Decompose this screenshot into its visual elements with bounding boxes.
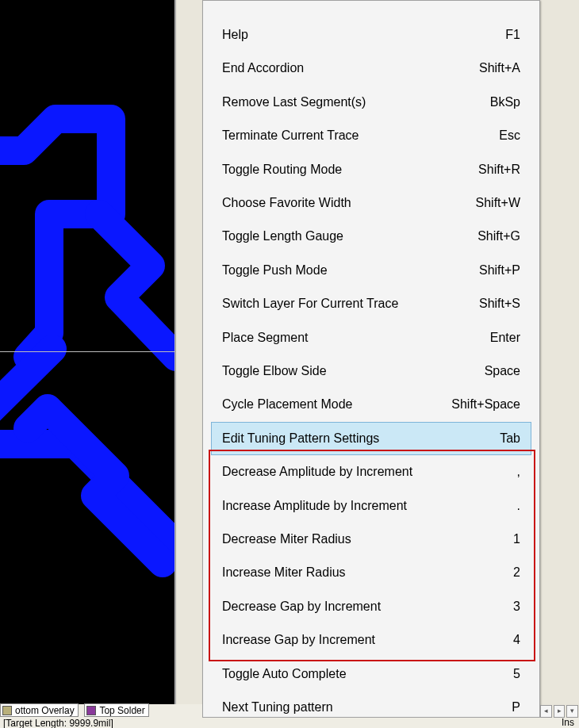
layer-swatch-icon (2, 706, 12, 715)
pcb-canvas[interactable] (0, 0, 175, 704)
menu-item-label: Toggle Auto Complete (222, 667, 458, 681)
menu-item-label: Place Segment (222, 331, 458, 345)
menu-item-label: Decrease Amplitude by Increment (222, 465, 458, 479)
menu-item-label: Decrease Miter Radius (222, 532, 458, 546)
tab-scroll-widget: ◂ ▸ ▾ (539, 704, 579, 718)
viewport-divider-v (174, 0, 175, 704)
menu-item-shortcut: Shift+A (458, 61, 520, 75)
menu-item-increase-miter-radius[interactable]: Increase Miter Radius2 (211, 556, 531, 589)
layer-tab-label: ottom Overlay (15, 705, 75, 716)
menu-item-shortcut: Shift+R (458, 163, 520, 177)
context-menu: HelpF1End AccordionShift+ARemove Last Se… (202, 0, 540, 718)
menu-item-label: Help (222, 28, 458, 42)
menu-item-label: Choose Favorite Width (222, 196, 458, 210)
menu-item-remove-last-segment-s[interactable]: Remove Last Segment(s)BkSp (211, 86, 531, 119)
layer-tab-label: Top Solder (99, 705, 144, 716)
menu-item-increase-amplitude-by-increment[interactable]: Increase Amplitude by Increment. (211, 489, 531, 523)
menu-item-label: Decrease Gap by Increment (222, 600, 458, 614)
menu-item-terminate-current-trace[interactable]: Terminate Current TraceEsc (211, 119, 531, 152)
menu-item-shortcut: F1 (458, 28, 520, 42)
menu-item-cycle-placement-mode[interactable]: Cycle Placement ModeShift+Space (211, 388, 531, 421)
menu-item-label: Toggle Push Mode (222, 263, 458, 278)
menu-item-label: Next Tuning pattern (222, 700, 458, 715)
menu-item-shortcut: 1 (458, 532, 520, 546)
menu-item-shortcut: Enter (458, 331, 520, 345)
viewport-divider-h (0, 351, 175, 352)
layer-tabs: ottom Overlay Top Solder (0, 704, 202, 718)
menu-item-label: Switch Layer For Current Trace (222, 297, 458, 311)
menu-item-label: End Accordion (222, 61, 458, 75)
menu-item-shortcut: Shift+S (458, 297, 520, 311)
menu-item-label: Cycle Placement Mode (222, 397, 451, 412)
status-ins: Ins (562, 718, 574, 728)
menu-item-label: Edit Tuning Pattern Settings (222, 431, 458, 446)
menu-item-label: Remove Last Segment(s) (222, 95, 458, 109)
menu-item-shortcut: Space (458, 364, 520, 378)
menu-item-label: Increase Amplitude by Increment (222, 499, 458, 513)
menu-item-label: Increase Miter Radius (222, 565, 458, 580)
menu-item-toggle-auto-complete[interactable]: Toggle Auto Complete5 (211, 657, 531, 691)
menu-item-shortcut: 2 (458, 565, 520, 580)
menu-item-shortcut: Shift+P (458, 263, 520, 278)
menu-item-label: Toggle Elbow Side (222, 364, 458, 378)
menu-item-shortcut: , (458, 465, 520, 479)
layer-swatch-icon (86, 706, 96, 715)
menu-item-shortcut: Shift+W (458, 196, 520, 210)
menu-item-label: Terminate Current Trace (222, 128, 458, 143)
menu-item-end-accordion[interactable]: End AccordionShift+A (211, 52, 531, 85)
menu-item-edit-tuning-pattern-settings[interactable]: Edit Tuning Pattern SettingsTab (211, 422, 531, 455)
menu-item-shortcut: Esc (458, 128, 520, 143)
menu-item-place-segment[interactable]: Place SegmentEnter (211, 321, 531, 354)
layer-tab-top-solder[interactable]: Top Solder (84, 703, 148, 717)
tab-scroll-right-icon[interactable]: ▸ (554, 705, 566, 718)
status-target-length: [Target Length: 9999.9mil] (0, 718, 113, 728)
menu-item-switch-layer-for-current-trace[interactable]: Switch Layer For Current TraceShift+S (211, 287, 531, 320)
menu-item-toggle-length-gauge[interactable]: Toggle Length GaugeShift+G (211, 220, 531, 253)
menu-item-toggle-push-mode[interactable]: Toggle Push ModeShift+P (211, 254, 531, 287)
menu-item-label: Toggle Length Gauge (222, 229, 458, 243)
menu-item-toggle-elbow-side[interactable]: Toggle Elbow SideSpace (211, 354, 531, 388)
layer-tab-bottom-overlay[interactable]: ottom Overlay (0, 703, 79, 717)
menu-item-help[interactable]: HelpF1 (211, 18, 531, 52)
menu-item-shortcut: 5 (458, 667, 520, 681)
status-bar: [Target Length: 9999.9mil] Ins (0, 718, 579, 728)
menu-item-decrease-miter-radius[interactable]: Decrease Miter Radius1 (211, 523, 531, 556)
menu-item-toggle-routing-mode[interactable]: Toggle Routing ModeShift+R (211, 153, 531, 186)
menu-item-shortcut: 4 (458, 633, 520, 647)
menu-item-shortcut: P (458, 700, 520, 715)
tab-scroll-left-icon[interactable]: ◂ (540, 705, 552, 718)
menu-item-decrease-amplitude-by-increment[interactable]: Decrease Amplitude by Increment, (211, 455, 531, 489)
menu-item-shortcut: Shift+G (458, 229, 520, 243)
menu-item-increase-gap-by-increment[interactable]: Increase Gap by Increment4 (211, 623, 531, 657)
pcb-trace-svg (0, 0, 175, 704)
tab-scroll-menu-icon[interactable]: ▾ (566, 705, 578, 718)
menu-item-decrease-gap-by-increment[interactable]: Decrease Gap by Increment3 (211, 590, 531, 623)
menu-item-label: Increase Gap by Increment (222, 633, 458, 647)
menu-item-shortcut: 3 (458, 600, 520, 614)
menu-item-shortcut: Tab (458, 431, 520, 446)
menu-item-shortcut: Shift+Space (451, 397, 520, 412)
menu-item-choose-favorite-width[interactable]: Choose Favorite WidthShift+W (211, 186, 531, 220)
menu-item-shortcut: . (458, 499, 520, 513)
menu-item-shortcut: BkSp (458, 95, 520, 109)
menu-item-label: Toggle Routing Mode (222, 163, 458, 177)
